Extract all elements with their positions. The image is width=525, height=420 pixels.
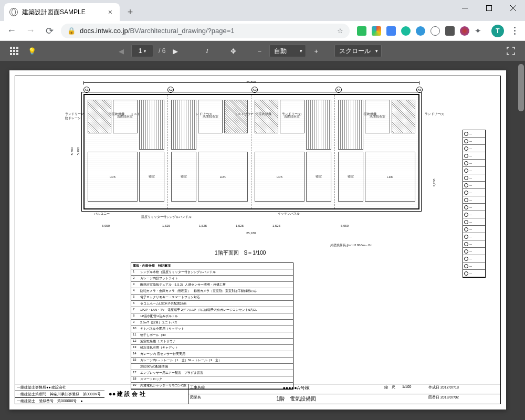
forward-button[interactable]: → [23,24,38,38]
minimize-button[interactable] [453,0,477,16]
scrollbar-thumb[interactable] [518,64,524,111]
ext-wall-note: 外壁換算長さsrtn2 866m←2m [330,243,372,248]
dimension-line-top [83,82,419,92]
svg-rect-11 [13,53,15,55]
dim-overall-width2: 25,180 [246,232,256,235]
legend-row: — [463,196,485,204]
tab-close-icon[interactable]: × [106,8,114,16]
symbol-legend: ———————————————————— [463,130,486,278]
maximize-button[interactable] [477,0,501,16]
legend-row: — [463,182,485,189]
ext-target-icon[interactable] [416,26,425,36]
spec-row: 12浴室乾燥機 ミストサウナ [131,339,293,345]
dim: 5,950 [102,224,110,227]
new-tab-button[interactable]: + [123,5,138,19]
room-ldk: LDK [88,152,138,202]
viewer-canvas[interactable]: X1 X2 X3 X4 X5 25,890 ランドリー(7) 防ドレーン 浴室乾… [0,61,525,420]
zoom-out-button[interactable]: − [251,43,267,59]
scale-value: 1/100 [401,384,427,394]
ext-puzzle-icon[interactable]: ✦ [475,26,484,36]
scroll-mode-select[interactable]: スクロール [334,45,382,57]
room-closet: 洗面脱衣室 [198,100,223,134]
url-domain: docs.intwk.co.jp [80,27,128,35]
close-button[interactable] [501,0,525,16]
svg-rect-1 [486,5,491,10]
title-block: 一級建築士事務所●● 建設会社 一級建築士第所問 神奈川県知事登録 第0000V… [15,384,500,404]
vertical-scrollbar[interactable] [517,61,525,420]
text-cursor-button[interactable]: I [199,43,215,59]
legend-row: — [463,167,485,174]
ext-camera-icon[interactable] [445,26,455,36]
tab-title: 建築設計図面SAMPLE [22,8,86,17]
svg-rect-10 [10,53,12,55]
plan-title: 1階平面図 S＝1/100 [215,249,266,257]
window-controls [453,0,525,16]
spec-row: 17エンプレッサー用エアー配置 プラグま設置 [131,370,293,376]
spec-row: 11物干しポール（30 [131,332,293,339]
svg-rect-4 [10,47,12,49]
browser-menu-button[interactable] [508,27,521,35]
scale-label: 縮 尺 [383,384,401,394]
globe-icon [9,8,18,16]
ext-info-icon[interactable] [430,26,440,36]
room-closet: 洗面脱衣室 [113,100,138,134]
spec-row: 10キトパネル全面用（キャデット [131,326,293,332]
browser-tab[interactable]: 建築設計図面SAMPLE × [4,3,120,21]
zoom-select[interactable]: 自動 [269,45,306,57]
project-name: ●●●●●A号棟 [209,384,383,394]
spec-row: 2階200Vの配線準備 [131,364,293,370]
next-page-button[interactable]: ▶ [167,43,183,59]
room-closet: 洗面脱衣室 [365,100,390,134]
dim-side: 2,200 [433,178,436,186]
svg-rect-8 [13,50,15,52]
legend-row: — [463,240,485,248]
legend-row: — [463,174,485,182]
spec-row: 15ガレージ内L→トレール（1 全）SL→トレール（2 全） [131,358,293,364]
spec-row: 3断熱浴室換気デュアル（1.5.2）人感センサー照明・外構工事 [131,282,293,288]
room-label: バルコニー [94,212,110,216]
dim: 1,525 [199,224,207,227]
room-label: ランドリー(7) [425,112,444,117]
bookmark-star-icon[interactable]: ☆ [337,27,343,35]
room-closet: 洗面脱衣室 [280,100,304,134]
legend-row: — [463,152,485,160]
url-input[interactable]: 🔒 docs.intwk.co.jp/BV/architectural_draw… [61,24,350,38]
dim: 5,950 [341,224,349,227]
back-button[interactable]: ← [4,24,19,38]
spec-row: 13軸次排気浴用（キャデット [131,345,293,351]
dim-height2: 5,390 [77,147,80,155]
room-label: 防ドレーン [65,116,81,121]
legend-row: — [463,218,485,226]
zoom-in-button[interactable]: + [308,43,324,59]
spec-row: 2ガレージ内設フットライト [131,276,293,282]
ext-color-icon[interactable] [372,26,381,36]
legend-row: — [463,262,485,270]
ext-palette-icon[interactable] [460,26,469,36]
room-stairs [171,100,196,150]
legend-row: — [463,211,485,218]
legend-row: — [463,226,485,233]
architect-license: 一級建築士 登録番号 第000000号 ● [15,398,104,404]
room-ldk: LDK [365,152,415,202]
room-bath [255,100,278,134]
ext-circle-icon[interactable] [401,26,411,36]
spec-row: 5電子ロックリモキー・スマートフォン対応 [131,295,293,301]
svg-rect-5 [13,47,15,49]
reload-button[interactable]: ⟳ [42,24,57,38]
svg-rect-9 [16,50,18,52]
ext-docs-icon[interactable] [386,26,396,36]
thumbnails-button[interactable] [6,43,22,59]
info-button[interactable]: 💡 [24,43,40,59]
legend-row: — [463,233,485,240]
ext-evernote-icon[interactable] [357,26,366,36]
viewer-toolbar: 💡 ◀ 1▾ / 6 ▶ I ✥ − 自動 + スクロール [0,41,525,61]
page-number-input[interactable]: 1▾ [131,45,153,57]
prev-page-button[interactable]: ◀ [113,43,129,59]
note: 温度リミッター付シングルハンドル [141,215,192,219]
room-label: キッチンパネル [278,212,300,216]
project-label: 工事名称 [188,384,209,394]
pan-button[interactable]: ✥ [225,43,241,59]
floor-plan: 洗面脱衣室 LDK 寝室 洗面脱衣室 寝室 LDK 洗面脱衣室 [83,94,419,209]
profile-avatar[interactable]: T [491,25,504,37]
fullscreen-button[interactable] [503,43,519,59]
